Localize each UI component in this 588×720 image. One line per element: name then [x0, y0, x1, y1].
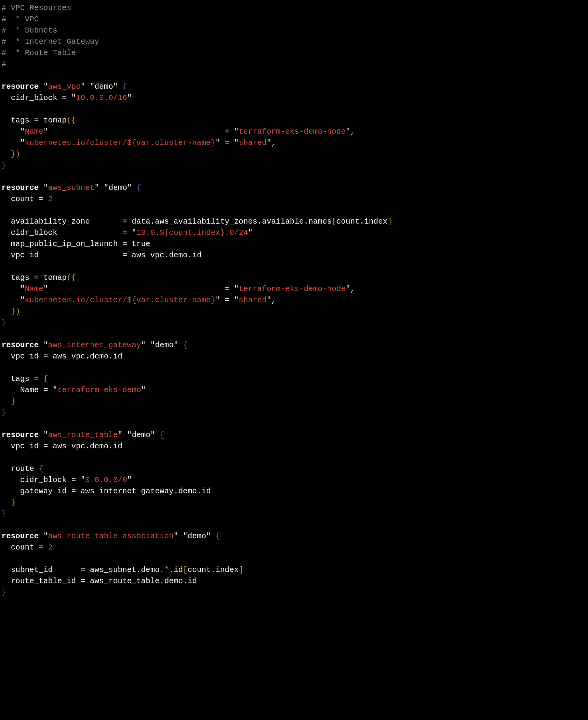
expr: .id [169, 565, 183, 574]
string-val: .0/24 [225, 228, 248, 237]
kw-resource: resource [2, 431, 39, 439]
attr-key: gateway_id [20, 487, 67, 496]
number-val: 2 [48, 195, 53, 203]
kw-resource: resource [2, 341, 39, 350]
tag-val: terraform-eks-demo-node [239, 127, 346, 136]
resource-type: aws_route_table_association [48, 532, 174, 541]
tag-val: terraform-eks-demo-node [239, 284, 346, 293]
comment-line: # * Internet Gateway [2, 37, 99, 46]
code-block: # VPC Resources # * VPC # * Subnets # * … [0, 0, 588, 600]
fn-tomap: tomap [43, 116, 67, 125]
resource-name: demo [132, 431, 150, 439]
number-val: 2 [48, 543, 53, 552]
comment-line: # [2, 60, 6, 69]
comment-line: # * VPC [2, 15, 39, 24]
attr-key: vpc_id [11, 442, 39, 451]
resource-type: aws_vpc [48, 82, 81, 91]
string-val: 10.0. [136, 228, 160, 237]
bool-val: true [132, 239, 150, 248]
kw-resource: resource [2, 532, 39, 541]
resource-type: aws_subnet [48, 183, 95, 192]
tag-key-prefix: kubernetes.io/cluster/ [25, 138, 127, 147]
tag-key: Name [25, 284, 43, 293]
attr-key: tags [11, 273, 29, 282]
kw-resource: resource [2, 82, 39, 91]
expr: aws_vpc.demo.id [132, 251, 201, 260]
expr: data.aws_availability_zones.available.na… [132, 217, 332, 226]
resource-type: aws_route_table [48, 431, 118, 439]
attr-key: vpc_id [11, 352, 39, 361]
attr-key: route_table_id [11, 577, 76, 586]
tag-key: Name [25, 127, 43, 136]
kw-resource: resource [2, 183, 39, 192]
attr-key: vpc_id [11, 251, 39, 260]
expr: aws_subnet.demo. [90, 565, 164, 574]
attr-key: cidr_block [11, 228, 57, 237]
tag-key-prefix: kubernetes.io/cluster/ [25, 296, 127, 305]
attr-key: count [11, 195, 34, 203]
index-expr: count.index [336, 217, 387, 226]
tag-val: shared [239, 296, 266, 305]
resource-name: demo [108, 183, 127, 192]
resource-name: demo [187, 532, 206, 541]
attr-key: cidr_block [11, 93, 57, 102]
tag-val: shared [239, 138, 266, 147]
resource-name: demo [95, 82, 113, 91]
fn-tomap: tomap [43, 273, 67, 282]
attr-key: availability_zone [11, 217, 90, 226]
comment-line: # * Subnets [2, 26, 57, 35]
interp: ${var.cluster-name} [127, 296, 215, 305]
expr: aws_vpc.demo.id [53, 352, 122, 361]
string-val: 0.0.0.0/0 [85, 475, 127, 484]
index-expr: count.index [187, 565, 239, 574]
interp: ${count.index} [160, 228, 225, 237]
expr: aws_route_table.demo.id [90, 577, 197, 586]
attr-key: map_public_ip_on_launch [11, 239, 118, 248]
expr: aws_internet_gateway.demo.id [81, 487, 211, 496]
resource-type: aws_internet_gateway [48, 341, 141, 350]
attr-key: tags [11, 116, 29, 125]
comment-line: # VPC Resources [2, 3, 71, 12]
interp: ${var.cluster-name} [127, 138, 215, 147]
block-route: route [11, 464, 34, 473]
expr: aws_vpc.demo.id [53, 442, 122, 451]
attr-key: subnet_id [11, 565, 53, 574]
string-val: 10.0.0.0/16 [76, 93, 127, 102]
attr-key: cidr_block [20, 475, 67, 484]
attr-key: count [11, 543, 34, 552]
resource-name: demo [155, 341, 174, 350]
comment-line: # * Route Table [2, 48, 76, 57]
attr-key: tags [11, 374, 29, 383]
splat-star: * [164, 565, 169, 574]
tag-key: Name [20, 386, 39, 394]
tag-val: terraform-eks-demo [57, 386, 141, 394]
